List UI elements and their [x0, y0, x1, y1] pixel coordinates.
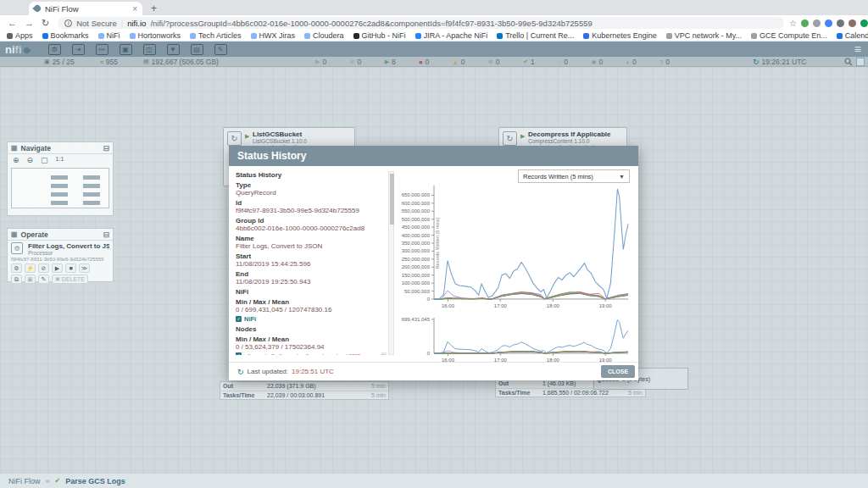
- extension-icon[interactable]: [813, 19, 821, 27]
- profile-avatar[interactable]: [849, 19, 856, 27]
- extension-icon[interactable]: [801, 19, 809, 27]
- collapse-icon[interactable]: ⊟: [103, 144, 109, 152]
- zoom-in-icon[interactable]: ⊕: [13, 156, 19, 164]
- minmax-label: Min / Max / Mean: [236, 336, 387, 343]
- terminate-button[interactable]: ≫: [79, 263, 90, 273]
- zoom-out-icon[interactable]: ⊖: [27, 156, 34, 164]
- bookmark-icon: [251, 33, 257, 39]
- status-history-chart[interactable]: 050,000,000100,000,000150,000,000200,000…: [398, 183, 633, 310]
- process-group-icon[interactable]: ▣: [120, 44, 132, 55]
- bookmark-item[interactable]: GitHub - NiFi: [353, 31, 406, 40]
- stop-button[interactable]: ■: [65, 263, 76, 273]
- forward-button[interactable]: →: [25, 18, 34, 28]
- bookmark-item[interactable]: Apps: [7, 31, 33, 40]
- bookmark-item[interactable]: Cloudera: [304, 31, 344, 40]
- last-refreshed: ↻ 19:26:21 UTC: [753, 57, 806, 67]
- browser-tab[interactable]: NiFi Flow ×: [29, 2, 142, 15]
- sync-failure-status: ?0: [659, 58, 670, 66]
- transmitting-icon: ▶: [315, 58, 320, 65]
- bookmark-item[interactable]: Tech Articles: [190, 31, 242, 40]
- svg-text:250,000,000: 250,000,000: [402, 257, 431, 262]
- legend-label: NiFi: [244, 315, 256, 323]
- global-menu-icon[interactable]: ≡: [854, 42, 861, 56]
- disable-button[interactable]: ⊘: [38, 263, 49, 273]
- bookmark-item[interactable]: Bookmarks: [42, 31, 89, 40]
- back-button[interactable]: ←: [8, 18, 17, 28]
- zoom-fit-icon[interactable]: ▢: [41, 156, 48, 164]
- bookmark-item[interactable]: Calendar: [837, 31, 868, 40]
- scrollbar[interactable]: [388, 171, 394, 355]
- copy-button[interactable]: ⧉: [11, 274, 22, 284]
- processor-icon[interactable]: ⚙: [48, 44, 61, 55]
- bookmark-icon: [304, 33, 310, 39]
- bookmark-item[interactable]: VPC network - My...: [666, 31, 742, 40]
- refresh-icon[interactable]: ↻: [753, 58, 760, 66]
- stale-icon: ◉: [592, 58, 597, 65]
- nifi-drop-icon: [22, 46, 31, 54]
- url-bar[interactable]: i Not Secure | nifi.io /nifi/?processGro…: [58, 17, 784, 29]
- bookmark-label: GCE Compute En...: [760, 31, 827, 40]
- remote-process-group-icon[interactable]: ◫: [143, 44, 156, 55]
- label-icon[interactable]: ✎: [214, 44, 227, 55]
- output-port-icon[interactable]: ↦: [96, 44, 108, 55]
- bookmark-icon: [353, 33, 359, 39]
- detail-label: Id: [236, 199, 387, 207]
- bookmark-item[interactable]: GCE Compute En...: [751, 31, 827, 40]
- bookmark-label: VPC network - My...: [675, 31, 742, 40]
- funnel-icon[interactable]: ▼: [167, 44, 180, 55]
- tab-close-icon[interactable]: ×: [132, 4, 137, 14]
- sync-failure-count: 0: [665, 58, 670, 66]
- processor-icon: ⚙: [11, 242, 23, 254]
- nifi-toolbar: nifi ⚙⇥↦▣◫▼▤✎ ≡: [0, 42, 868, 57]
- url-host: nifi.io: [127, 19, 146, 28]
- birdseye-minimap[interactable]: [11, 168, 109, 208]
- detail-value: f9f4fc97-8931-3b50-99e5-9d324b725559: [236, 207, 387, 214]
- version-control-icon: ✔: [55, 477, 61, 485]
- locally-modified-stale-status: ◐0: [626, 58, 637, 66]
- reload-button[interactable]: ↻: [42, 18, 49, 29]
- svg-text:200,000,000: 200,000,000: [402, 264, 431, 269]
- minmax-value: 0 / 699,431,045 / 120747830.16: [236, 306, 387, 313]
- bookmark-star-icon[interactable]: ☆: [789, 19, 797, 28]
- active-threads-count: 955: [106, 58, 118, 66]
- template-icon[interactable]: ▤: [191, 44, 203, 55]
- start-button[interactable]: ▶: [52, 263, 63, 273]
- status-history-dialog: Status History Status History TypeQueryR…: [229, 146, 638, 380]
- search-icon[interactable]: [844, 58, 853, 66]
- nifi-legend-checkbox[interactable]: ✓: [236, 316, 242, 322]
- drag-handle-icon[interactable]: ▦: [11, 230, 18, 238]
- refresh-icon[interactable]: ↻: [237, 368, 244, 376]
- bookmark-item[interactable]: NiFi: [98, 31, 120, 40]
- input-port-icon[interactable]: ⇥: [72, 44, 85, 55]
- extension-icon[interactable]: [825, 19, 832, 27]
- enable-button[interactable]: ⚡: [25, 263, 36, 273]
- page-info-icon[interactable]: i: [64, 19, 72, 27]
- configure-button[interactable]: ⚙: [11, 263, 22, 273]
- collapse-icon[interactable]: ⊟: [103, 230, 109, 239]
- birdseye-toggle[interactable]: [856, 58, 865, 66]
- svg-text:0: 0: [427, 351, 431, 356]
- connected-nodes-count: 25 / 25: [53, 58, 75, 66]
- paste-button[interactable]: ▣: [25, 274, 36, 284]
- extension-icon[interactable]: [837, 19, 844, 27]
- bookmark-item[interactable]: Kubernetes Engine: [583, 31, 657, 40]
- legend-checkbox[interactable]: ✓: [236, 352, 242, 355]
- status-history-brush-chart[interactable]: 699,431,045016:0017:0018:0019:00: [398, 313, 633, 364]
- minmax-value: 0 / 53,624,379 / 17502364.94: [236, 343, 387, 351]
- scrollbar[interactable]: [381, 352, 387, 355]
- change-color-button[interactable]: ✎: [38, 274, 49, 284]
- close-button[interactable]: CLOSE: [601, 365, 635, 378]
- drag-handle-icon[interactable]: ▦: [11, 144, 18, 152]
- browser-extensions: ☆: [789, 19, 868, 28]
- metric-select[interactable]: Records Written (5 mins) ▼: [518, 169, 630, 183]
- bookmark-item[interactable]: HWX Jiras: [251, 31, 296, 40]
- bookmark-item[interactable]: Trello | Current Re...: [497, 31, 574, 40]
- profile-avatar[interactable]: [860, 19, 868, 27]
- breadcrumb-root[interactable]: NiFi Flow: [8, 477, 41, 485]
- zoom-actual-icon[interactable]: 1:1: [56, 156, 64, 164]
- new-tab-button[interactable]: +: [151, 3, 157, 14]
- breadcrumb-current[interactable]: Parse GCS Logs: [65, 477, 125, 485]
- bookmark-item[interactable]: JIRA - Apache NiFi: [415, 31, 488, 40]
- delete-button[interactable]: ✖ DELETE: [52, 274, 88, 284]
- bookmark-item[interactable]: Hortonworks: [130, 31, 181, 40]
